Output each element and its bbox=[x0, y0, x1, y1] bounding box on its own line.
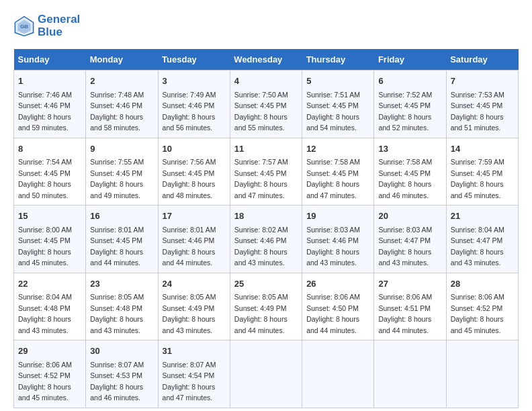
calendar-cell: 11Sunrise: 7:57 AMSunset: 4:45 PMDayligh… bbox=[230, 138, 302, 205]
calendar-cell: 21Sunrise: 8:04 AMSunset: 4:47 PMDayligh… bbox=[446, 205, 518, 273]
calendar-header: SundayMondayTuesdayWednesdayThursdayFrid… bbox=[14, 49, 519, 71]
day-number: 12 bbox=[306, 142, 369, 156]
page-header: GB General Blue bbox=[13, 13, 519, 38]
day-info: Sunrise: 8:04 AMSunset: 4:48 PMDaylight:… bbox=[18, 293, 72, 334]
day-number: 31 bbox=[163, 345, 226, 358]
day-info: Sunrise: 8:04 AMSunset: 4:47 PMDaylight:… bbox=[451, 226, 504, 267]
day-number: 9 bbox=[90, 142, 153, 156]
day-number: 17 bbox=[163, 210, 226, 223]
day-number: 2 bbox=[90, 75, 153, 88]
calendar-cell: 6Sunrise: 7:52 AMSunset: 4:45 PMDaylight… bbox=[374, 71, 446, 138]
day-number: 26 bbox=[306, 277, 369, 291]
calendar-week-3: 15Sunrise: 8:00 AMSunset: 4:45 PMDayligh… bbox=[14, 205, 519, 273]
col-header-wednesday: Wednesday bbox=[230, 49, 302, 71]
day-number: 21 bbox=[451, 210, 514, 223]
calendar-table: SundayMondayTuesdayWednesdayThursdayFrid… bbox=[13, 49, 519, 408]
day-number: 16 bbox=[90, 210, 153, 223]
day-info: Sunrise: 8:05 AMSunset: 4:49 PMDaylight:… bbox=[234, 293, 288, 334]
col-header-saturday: Saturday bbox=[446, 49, 518, 71]
calendar-cell: 23Sunrise: 8:05 AMSunset: 4:48 PMDayligh… bbox=[86, 273, 158, 340]
day-info: Sunrise: 8:06 AMSunset: 4:52 PMDaylight:… bbox=[18, 361, 72, 402]
calendar-cell: 14Sunrise: 7:59 AMSunset: 4:45 PMDayligh… bbox=[446, 138, 518, 205]
calendar-cell: 2Sunrise: 7:48 AMSunset: 4:46 PMDaylight… bbox=[86, 71, 158, 138]
calendar-week-5: 29Sunrise: 8:06 AMSunset: 4:52 PMDayligh… bbox=[14, 340, 519, 408]
day-number: 19 bbox=[306, 210, 369, 223]
calendar-cell: 9Sunrise: 7:55 AMSunset: 4:45 PMDaylight… bbox=[86, 138, 158, 205]
calendar-cell: 7Sunrise: 7:53 AMSunset: 4:45 PMDaylight… bbox=[446, 71, 518, 138]
day-number: 29 bbox=[18, 345, 81, 358]
calendar-cell: 3Sunrise: 7:49 AMSunset: 4:46 PMDaylight… bbox=[158, 71, 230, 138]
day-number: 1 bbox=[18, 75, 81, 88]
day-info: Sunrise: 7:54 AMSunset: 4:45 PMDaylight:… bbox=[18, 158, 72, 199]
day-info: Sunrise: 7:49 AMSunset: 4:46 PMDaylight:… bbox=[163, 91, 216, 132]
calendar-cell: 24Sunrise: 8:05 AMSunset: 4:49 PMDayligh… bbox=[158, 273, 230, 340]
day-info: Sunrise: 7:55 AMSunset: 4:45 PMDaylight:… bbox=[90, 158, 144, 199]
day-number: 4 bbox=[234, 75, 298, 88]
calendar-cell: 17Sunrise: 8:01 AMSunset: 4:46 PMDayligh… bbox=[158, 205, 230, 273]
day-info: Sunrise: 8:03 AMSunset: 4:47 PMDaylight:… bbox=[378, 226, 432, 267]
day-number: 6 bbox=[378, 75, 441, 88]
day-number: 22 bbox=[18, 277, 81, 291]
day-info: Sunrise: 7:50 AMSunset: 4:45 PMDaylight:… bbox=[234, 91, 288, 132]
day-number: 15 bbox=[18, 210, 81, 223]
calendar-cell: 31Sunrise: 8:07 AMSunset: 4:54 PMDayligh… bbox=[158, 340, 230, 408]
calendar-cell: 15Sunrise: 8:00 AMSunset: 4:45 PMDayligh… bbox=[14, 205, 86, 273]
day-info: Sunrise: 7:56 AMSunset: 4:45 PMDaylight:… bbox=[163, 158, 216, 199]
calendar-cell: 29Sunrise: 8:06 AMSunset: 4:52 PMDayligh… bbox=[14, 340, 86, 408]
col-header-sunday: Sunday bbox=[14, 49, 86, 71]
calendar-cell: 10Sunrise: 7:56 AMSunset: 4:45 PMDayligh… bbox=[158, 138, 230, 205]
day-info: Sunrise: 8:07 AMSunset: 4:54 PMDaylight:… bbox=[163, 361, 216, 402]
day-number: 8 bbox=[18, 142, 81, 156]
svg-text:GB: GB bbox=[20, 24, 28, 30]
day-number: 7 bbox=[451, 75, 514, 88]
calendar-week-4: 22Sunrise: 8:04 AMSunset: 4:48 PMDayligh… bbox=[14, 273, 519, 340]
day-info: Sunrise: 8:06 AMSunset: 4:52 PMDaylight:… bbox=[451, 293, 504, 334]
day-number: 28 bbox=[451, 277, 514, 291]
day-info: Sunrise: 8:06 AMSunset: 4:51 PMDaylight:… bbox=[378, 293, 432, 334]
calendar-cell: 30Sunrise: 8:07 AMSunset: 4:53 PMDayligh… bbox=[86, 340, 158, 408]
day-number: 25 bbox=[234, 277, 298, 291]
calendar-cell: 26Sunrise: 8:06 AMSunset: 4:50 PMDayligh… bbox=[302, 273, 374, 340]
day-number: 27 bbox=[378, 277, 441, 291]
day-info: Sunrise: 8:05 AMSunset: 4:48 PMDaylight:… bbox=[90, 293, 144, 334]
day-number: 24 bbox=[163, 277, 226, 291]
day-info: Sunrise: 7:51 AMSunset: 4:45 PMDaylight:… bbox=[306, 91, 360, 132]
day-info: Sunrise: 8:05 AMSunset: 4:49 PMDaylight:… bbox=[163, 293, 216, 334]
day-info: Sunrise: 8:01 AMSunset: 4:45 PMDaylight:… bbox=[90, 226, 144, 267]
day-info: Sunrise: 7:59 AMSunset: 4:45 PMDaylight:… bbox=[451, 158, 504, 199]
calendar-cell: 28Sunrise: 8:06 AMSunset: 4:52 PMDayligh… bbox=[446, 273, 518, 340]
calendar-cell bbox=[374, 340, 446, 408]
day-info: Sunrise: 7:57 AMSunset: 4:45 PMDaylight:… bbox=[234, 158, 288, 199]
logo-text: General Blue bbox=[38, 13, 80, 38]
day-info: Sunrise: 7:46 AMSunset: 4:46 PMDaylight:… bbox=[18, 91, 72, 132]
day-info: Sunrise: 8:07 AMSunset: 4:53 PMDaylight:… bbox=[90, 361, 144, 402]
day-info: Sunrise: 7:53 AMSunset: 4:45 PMDaylight:… bbox=[451, 91, 504, 132]
calendar-cell: 4Sunrise: 7:50 AMSunset: 4:45 PMDaylight… bbox=[230, 71, 302, 138]
calendar-cell: 5Sunrise: 7:51 AMSunset: 4:45 PMDaylight… bbox=[302, 71, 374, 138]
day-info: Sunrise: 8:00 AMSunset: 4:45 PMDaylight:… bbox=[18, 226, 72, 267]
day-number: 3 bbox=[163, 75, 226, 88]
day-info: Sunrise: 7:58 AMSunset: 4:45 PMDaylight:… bbox=[378, 158, 432, 199]
day-number: 14 bbox=[451, 142, 514, 156]
day-info: Sunrise: 8:01 AMSunset: 4:46 PMDaylight:… bbox=[163, 226, 216, 267]
calendar-cell bbox=[302, 340, 374, 408]
day-number: 5 bbox=[306, 75, 369, 88]
calendar-cell: 8Sunrise: 7:54 AMSunset: 4:45 PMDaylight… bbox=[14, 138, 86, 205]
col-header-tuesday: Tuesday bbox=[158, 49, 230, 71]
calendar-cell: 16Sunrise: 8:01 AMSunset: 4:45 PMDayligh… bbox=[86, 205, 158, 273]
col-header-friday: Friday bbox=[374, 49, 446, 71]
calendar-cell: 20Sunrise: 8:03 AMSunset: 4:47 PMDayligh… bbox=[374, 205, 446, 273]
day-number: 10 bbox=[163, 142, 226, 156]
calendar-cell bbox=[230, 340, 302, 408]
logo-icon: GB bbox=[13, 15, 35, 37]
calendar-cell: 25Sunrise: 8:05 AMSunset: 4:49 PMDayligh… bbox=[230, 273, 302, 340]
day-number: 23 bbox=[90, 277, 153, 291]
day-info: Sunrise: 7:52 AMSunset: 4:45 PMDaylight:… bbox=[378, 91, 432, 132]
calendar-cell: 1Sunrise: 7:46 AMSunset: 4:46 PMDaylight… bbox=[14, 71, 86, 138]
col-header-thursday: Thursday bbox=[302, 49, 374, 71]
calendar-cell: 27Sunrise: 8:06 AMSunset: 4:51 PMDayligh… bbox=[374, 273, 446, 340]
day-info: Sunrise: 8:06 AMSunset: 4:50 PMDaylight:… bbox=[306, 293, 360, 334]
col-header-monday: Monday bbox=[86, 49, 158, 71]
day-info: Sunrise: 8:03 AMSunset: 4:46 PMDaylight:… bbox=[306, 226, 360, 267]
calendar-week-1: 1Sunrise: 7:46 AMSunset: 4:46 PMDaylight… bbox=[14, 71, 519, 138]
